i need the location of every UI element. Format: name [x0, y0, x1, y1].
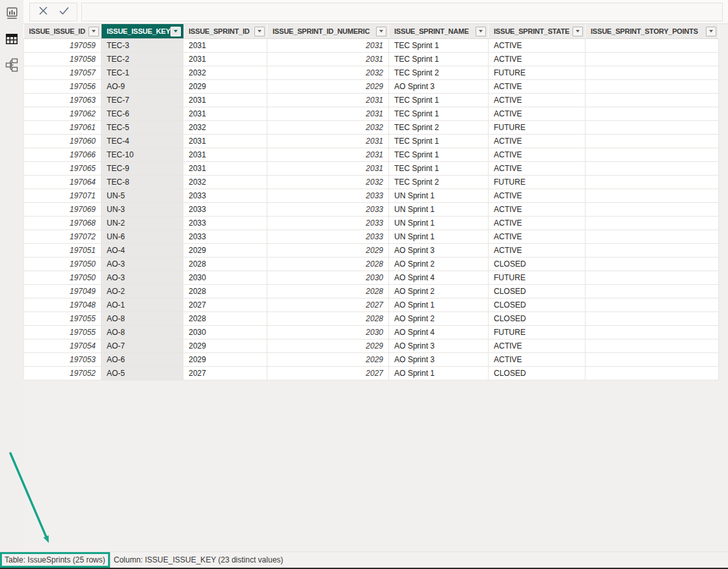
cell[interactable]: TEC Sprint 2 — [389, 121, 489, 135]
cell[interactable] — [586, 53, 719, 66]
cell[interactable] — [586, 339, 719, 353]
commit-button[interactable] — [55, 4, 73, 20]
cell[interactable]: TEC-7 — [101, 94, 183, 107]
cell[interactable]: AO Sprint 2 — [389, 285, 489, 298]
cell[interactable]: 2029 — [267, 339, 389, 353]
cell[interactable]: AO-7 — [101, 339, 183, 353]
cell[interactable]: AO Sprint 1 — [389, 367, 489, 380]
cell[interactable]: TEC-8 — [101, 176, 183, 189]
cell[interactable] — [586, 121, 719, 135]
column-filter-dropdown-icon[interactable] — [254, 27, 265, 36]
cell[interactable]: AO-1 — [101, 298, 183, 312]
cell[interactable]: ACTIVE — [489, 203, 586, 217]
sidebar-item-model-view[interactable] — [4, 59, 20, 74]
cell[interactable]: 197060 — [24, 135, 101, 148]
column-header-issue_issue_key[interactable]: ISSUE_ISSUE_KEY — [101, 24, 183, 39]
column-header-issue_sprint_id_numeric[interactable]: ISSUE_SPRINT_ID_NUMERIC — [267, 24, 389, 39]
cell[interactable] — [586, 230, 719, 244]
cell[interactable] — [586, 326, 719, 339]
sidebar-item-data-view[interactable] — [4, 33, 20, 48]
cell[interactable] — [586, 66, 719, 80]
cell[interactable]: UN Sprint 1 — [389, 217, 489, 230]
cell[interactable]: UN-6 — [101, 230, 183, 244]
column-header-issue_sprint_name[interactable]: ISSUE_SPRINT_NAME — [389, 24, 489, 39]
cell[interactable] — [586, 107, 719, 121]
cell[interactable]: 197064 — [24, 176, 101, 189]
cell[interactable]: 2029 — [267, 244, 389, 258]
cell[interactable]: 197051 — [24, 244, 101, 258]
cell[interactable]: 2033 — [267, 203, 389, 217]
column-filter-dropdown-icon[interactable] — [706, 27, 716, 36]
column-filter-dropdown-icon[interactable] — [476, 27, 486, 36]
cell[interactable]: ACTIVE — [489, 135, 586, 148]
column-filter-dropdown-icon[interactable] — [170, 27, 181, 36]
cell[interactable]: 2029 — [183, 353, 267, 367]
cell[interactable]: AO-5 — [101, 367, 183, 380]
cell[interactable]: FUTURE — [489, 66, 586, 80]
cell[interactable]: UN-5 — [101, 189, 183, 203]
cell[interactable]: ACTIVE — [489, 353, 586, 367]
cell[interactable]: UN-2 — [101, 217, 183, 230]
cell[interactable]: 2029 — [183, 339, 267, 353]
cell[interactable]: 2033 — [183, 217, 267, 230]
cell[interactable]: ACTIVE — [489, 217, 586, 230]
cell[interactable]: 197072 — [24, 230, 101, 244]
cell[interactable]: 2028 — [183, 258, 267, 271]
cell[interactable]: 197049 — [24, 285, 101, 298]
cell[interactable]: 197068 — [24, 217, 101, 230]
cell[interactable]: CLOSED — [489, 258, 586, 271]
cell[interactable]: AO-2 — [101, 285, 183, 298]
cell[interactable]: CLOSED — [489, 367, 586, 380]
cell[interactable]: TEC Sprint 1 — [389, 162, 489, 176]
cell[interactable]: CLOSED — [489, 312, 586, 326]
cell[interactable]: 2031 — [267, 94, 389, 107]
cell[interactable]: 2033 — [183, 230, 267, 244]
cell[interactable]: 2028 — [183, 312, 267, 326]
cell[interactable]: 2031 — [183, 148, 267, 162]
cell[interactable]: 2027 — [267, 298, 389, 312]
cell[interactable]: TEC Sprint 2 — [389, 176, 489, 189]
cell[interactable]: AO Sprint 1 — [389, 298, 489, 312]
cell[interactable]: 197062 — [24, 107, 101, 121]
cell[interactable]: AO-8 — [101, 312, 183, 326]
cell[interactable]: TEC Sprint 1 — [389, 135, 489, 148]
column-filter-dropdown-icon[interactable] — [88, 27, 99, 36]
cell[interactable]: 2030 — [183, 326, 267, 339]
cell[interactable]: 2031 — [267, 39, 389, 53]
cell[interactable]: UN Sprint 1 — [389, 230, 489, 244]
cell[interactable]: AO Sprint 3 — [389, 244, 489, 258]
cell[interactable]: 2027 — [267, 367, 389, 380]
cell[interactable]: AO-8 — [101, 326, 183, 339]
cell[interactable]: UN Sprint 1 — [389, 203, 489, 217]
cell[interactable]: TEC Sprint 1 — [389, 39, 489, 53]
cell[interactable]: 197048 — [24, 298, 101, 312]
cell[interactable]: 2030 — [267, 326, 389, 339]
cell[interactable] — [586, 353, 719, 367]
cell[interactable]: 2033 — [267, 217, 389, 230]
cell[interactable] — [586, 94, 719, 107]
cell[interactable]: AO-9 — [101, 80, 183, 94]
cell[interactable]: 2027 — [183, 298, 267, 312]
cell[interactable]: 2030 — [183, 271, 267, 285]
cell[interactable]: 2032 — [183, 66, 267, 80]
cell[interactable]: TEC-10 — [101, 148, 183, 162]
cell[interactable]: 2031 — [267, 135, 389, 148]
cell[interactable]: 197054 — [24, 339, 101, 353]
cell[interactable]: 197057 — [24, 66, 101, 80]
cell[interactable]: 197059 — [24, 39, 101, 53]
cell[interactable]: 197050 — [24, 258, 101, 271]
cell[interactable]: 197053 — [24, 353, 101, 367]
cell[interactable]: 197069 — [24, 203, 101, 217]
cell[interactable] — [586, 80, 719, 94]
cell[interactable]: AO-4 — [101, 244, 183, 258]
cell[interactable]: AO-3 — [101, 258, 183, 271]
cell[interactable] — [586, 148, 719, 162]
cell[interactable]: 2031 — [183, 94, 267, 107]
cell[interactable]: TEC-4 — [101, 135, 183, 148]
cell[interactable]: CLOSED — [489, 285, 586, 298]
cell[interactable] — [586, 244, 719, 258]
cell[interactable]: 197063 — [24, 94, 101, 107]
cell[interactable]: 2032 — [267, 66, 389, 80]
sidebar-item-report-view[interactable] — [4, 7, 20, 22]
cell[interactable]: TEC Sprint 1 — [389, 94, 489, 107]
